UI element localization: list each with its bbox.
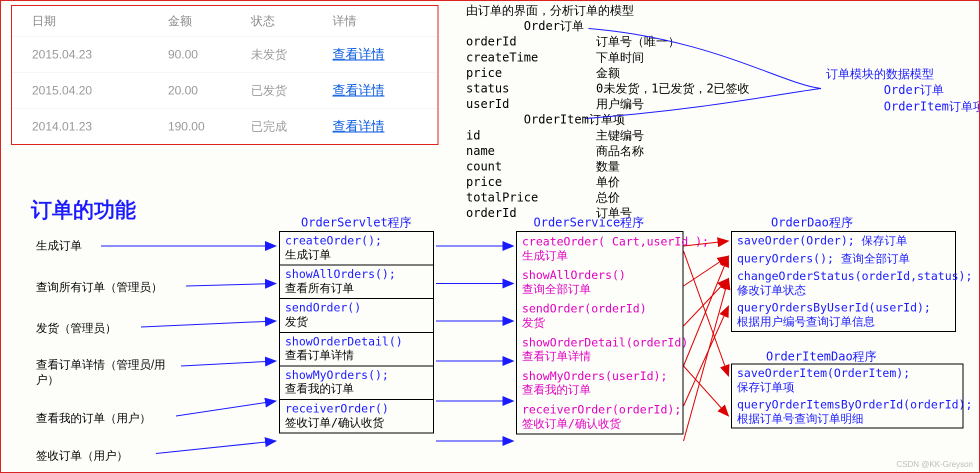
cell-amount: 20.00 — [163, 72, 246, 108]
service-sub: 查看订单详情 — [522, 350, 591, 362]
order-table: 日期 金额 状态 详情 2015.04.23 90.00 未发货 查看详情 20… — [11, 5, 438, 145]
servlet-title: OrderServlet程序 — [301, 214, 412, 230]
svg-line-19 — [684, 278, 728, 441]
dao-sig: queryOrdersByUserId(userId); — [737, 301, 931, 314]
orderdao-title: OrderDao程序 — [771, 214, 853, 230]
dao-sig: queryOrderItemsByOrderId(orderId); — [737, 398, 972, 411]
action-receive: 签收订单（用户） — [36, 448, 128, 464]
cell-status: 已完成 — [246, 108, 328, 144]
svg-line-13 — [684, 251, 728, 376]
servlet-sig: createOrder(); — [285, 234, 382, 247]
orderdao-box: saveOrder(Order); 保存订单 queryOrders(); 查询… — [731, 231, 956, 332]
svg-line-4 — [176, 401, 276, 416]
action-send: 发货（管理员） — [36, 321, 116, 336]
service-sig: sendOrder(orderId) — [522, 302, 646, 315]
service-sub: 生成订单 — [522, 249, 568, 262]
view-detail-link[interactable]: 查看详情 — [332, 118, 384, 134]
servlet-sig: showAllOrders(); — [285, 268, 396, 280]
cell-status: 未发货 — [246, 36, 328, 72]
action-queryall: 查询所有订单（管理员） — [36, 280, 162, 295]
itemdao-title: OrderItemDao程序 — [766, 348, 876, 364]
view-detail-link[interactable]: 查看详情 — [332, 46, 384, 62]
servlet-sig: sendOrder() — [285, 301, 361, 314]
service-sig: showMyOrders(userId); — [522, 370, 668, 382]
cell-date: 2015.04.23 — [12, 36, 163, 72]
service-sub: 签收订单/确认收货 — [522, 417, 621, 430]
servlet-sig: showMyOrders(); — [285, 368, 389, 382]
service-sig: createOrder( Cart,userId ); — [522, 235, 709, 248]
action-detail: 查看订单详情（管理员/用 户） — [36, 358, 166, 388]
table-row: 2014.01.23 190.00 已完成 查看详情 — [12, 108, 438, 144]
cell-amount: 90.00 — [163, 36, 246, 72]
service-sig: showOrderDetail(orderId) — [522, 336, 688, 349]
svg-line-3 — [181, 361, 276, 366]
servlet-sub: 查看我的订单 — [285, 382, 354, 395]
model-callout: 订单模块的数据模型 Order订单 OrderItem订单项 — [826, 66, 980, 114]
table-row: 2015.04.20 20.00 已发货 查看详情 — [12, 72, 438, 108]
itemdao-box: saveOrderItem(OrderItem);保存订单项 queryOrde… — [731, 364, 964, 428]
service-sub: 查询全部订单 — [522, 282, 591, 296]
watermark: CSDN @KK-Greyson — [896, 460, 973, 469]
svg-line-18 — [684, 306, 728, 406]
dao-sub: 根据订单号查询订单明细 — [737, 412, 864, 425]
svg-line-15 — [684, 278, 728, 326]
model-analysis: 由订单的界面，分析订单的模型 Order订单 orderId 订单号（唯一） c… — [466, 3, 750, 222]
cell-date: 2014.01.23 — [12, 108, 163, 144]
service-title: OrderService程序 — [534, 214, 644, 230]
service-sig: showAllOrders() — [522, 268, 626, 282]
dao-sig: saveOrderItem(OrderItem); — [737, 366, 910, 380]
cell-status: 已发货 — [246, 72, 328, 108]
action-create: 生成订单 — [36, 238, 82, 254]
table-row: 2015.04.23 90.00 未发货 查看详情 — [12, 36, 438, 72]
servlet-sub: 生成订单 — [285, 248, 331, 261]
col-detail: 详情 — [328, 6, 438, 36]
servlet-sig: showOrderDetail() — [285, 335, 402, 348]
service-sig: receiverOrder(orderId); — [522, 403, 682, 416]
servlet-sub: 发货 — [285, 315, 308, 328]
dao-sig: changeOrderStatus(orderId,status); — [737, 270, 972, 282]
dao-sig: queryOrders(); 查询全部订单 — [737, 252, 910, 265]
cell-date: 2015.04.20 — [12, 72, 163, 108]
col-date: 日期 — [12, 6, 163, 36]
col-amount: 金额 — [163, 6, 246, 36]
dao-sig: saveOrder(Order); 保存订单 — [737, 234, 908, 247]
servlet-sig: receiverOrder() — [285, 402, 389, 415]
svg-line-2 — [141, 321, 276, 327]
servlet-sub: 查看所有订单 — [285, 282, 354, 294]
svg-line-17 — [684, 256, 728, 366]
service-sub: 查看我的订单 — [522, 383, 591, 396]
col-status: 状态 — [246, 6, 328, 36]
dao-sub: 根据用户编号查询订单信息 — [737, 315, 875, 328]
service-box: createOrder( Cart,userId );生成订单 showAllO… — [516, 231, 684, 434]
svg-line-5 — [156, 441, 276, 454]
view-detail-link[interactable]: 查看详情 — [332, 82, 384, 98]
cell-amount: 190.00 — [163, 108, 246, 144]
svg-line-1 — [186, 284, 276, 286]
svg-line-16 — [684, 366, 728, 416]
dao-sub: 修改订单状态 — [737, 284, 806, 296]
svg-line-14 — [684, 256, 728, 286]
servlet-sub: 查看订单详情 — [285, 348, 354, 362]
dao-sub: 保存订单项 — [737, 380, 794, 394]
action-myorders: 查看我的订单（用户） — [36, 411, 151, 426]
servlet-box: createOrder();生成订单 showAllOrders();查看所有订… — [279, 231, 434, 434]
function-title: 订单的功能 — [31, 196, 136, 224]
service-sub: 发货 — [522, 316, 545, 329]
servlet-sub: 签收订单/确认收货 — [285, 416, 384, 429]
